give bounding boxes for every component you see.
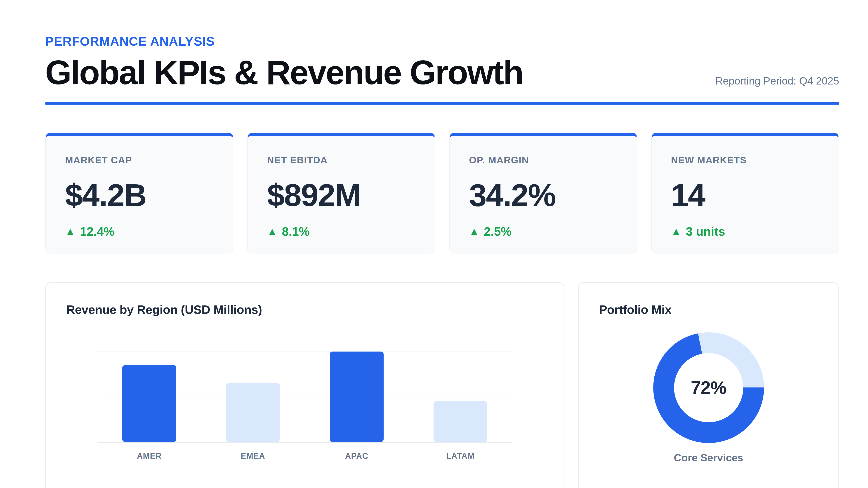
kpi-delta-text: 2.5%: [484, 224, 512, 238]
up-arrow-icon: ▲: [65, 226, 75, 236]
kpi-grid: MARKET CAP $4.2B ▲ 12.4% NET EBITDA $892…: [45, 133, 839, 254]
gridline: [97, 442, 512, 443]
bar-slot: [201, 352, 305, 442]
x-label-amer: AMER: [97, 451, 201, 461]
kpi-label: OP. MARGIN: [469, 155, 617, 166]
bar-apac: [330, 352, 383, 442]
kpi-card-op-margin: OP. MARGIN 34.2% ▲ 2.5%: [449, 133, 637, 254]
header-titles: PERFORMANCE ANALYSIS Global KPIs & Reven…: [45, 34, 523, 91]
kpi-value: $4.2B: [65, 177, 213, 214]
kpi-card-net-ebitda: NET EBITDA $892M ▲ 8.1%: [247, 133, 435, 254]
bar-emea: [226, 383, 280, 442]
donut-center-value: 72%: [691, 377, 726, 398]
panel-title: Portfolio Mix: [599, 302, 818, 317]
bar-slot: [305, 352, 409, 442]
donut-chart: 72%: [653, 332, 764, 443]
page-header: PERFORMANCE ANALYSIS Global KPIs & Reven…: [45, 34, 839, 91]
bar-chart-x-axis: AMEREMEAAPACLATAM: [97, 451, 512, 461]
bars: [97, 352, 512, 442]
kpi-delta-text: 3 units: [686, 224, 725, 238]
kpi-delta: ▲ 8.1%: [267, 224, 415, 238]
kpi-delta: ▲ 2.5%: [469, 224, 617, 238]
x-label-apac: APAC: [305, 451, 409, 461]
kpi-card-new-markets: NEW MARKETS 14 ▲ 3 units: [651, 133, 839, 254]
portfolio-mix-panel: Portfolio Mix 72% Core Services: [578, 282, 839, 488]
charts-row: Revenue by Region (USD Millions) AMEREME…: [45, 282, 839, 488]
kpi-value: 14: [671, 177, 819, 214]
up-arrow-icon: ▲: [267, 226, 278, 236]
reporting-period: Reporting Period: Q4 2025: [715, 75, 839, 91]
kpi-value: 34.2%: [469, 177, 617, 214]
kpi-delta: ▲ 12.4%: [65, 224, 213, 238]
bar-latam: [434, 401, 487, 442]
bar-slot: [97, 352, 201, 442]
kpi-value: $892M: [267, 177, 415, 214]
kpi-delta-text: 8.1%: [282, 224, 310, 238]
kpi-label: NEW MARKETS: [671, 155, 819, 166]
revenue-by-region-panel: Revenue by Region (USD Millions) AMEREME…: [45, 282, 564, 488]
x-label-emea: EMEA: [201, 451, 305, 461]
bar-amer: [122, 365, 176, 442]
kpi-delta-text: 12.4%: [80, 224, 115, 238]
panel-title: Revenue by Region (USD Millions): [66, 302, 544, 317]
section-eyebrow: PERFORMANCE ANALYSIS: [45, 34, 523, 48]
kpi-label: NET EBITDA: [267, 155, 415, 166]
kpi-card-market-cap: MARKET CAP $4.2B ▲ 12.4%: [45, 133, 233, 254]
donut-caption: Core Services: [599, 452, 818, 464]
page-title: Global KPIs & Revenue Growth: [45, 55, 523, 91]
header-divider: [45, 102, 839, 105]
up-arrow-icon: ▲: [671, 226, 682, 236]
kpi-delta: ▲ 3 units: [671, 224, 819, 238]
bar-slot: [408, 352, 512, 442]
dashboard-page: PERFORMANCE ANALYSIS Global KPIs & Reven…: [45, 0, 839, 488]
bar-chart: [97, 352, 512, 442]
x-label-latam: LATAM: [408, 451, 512, 461]
up-arrow-icon: ▲: [469, 226, 479, 236]
kpi-label: MARKET CAP: [65, 155, 213, 166]
